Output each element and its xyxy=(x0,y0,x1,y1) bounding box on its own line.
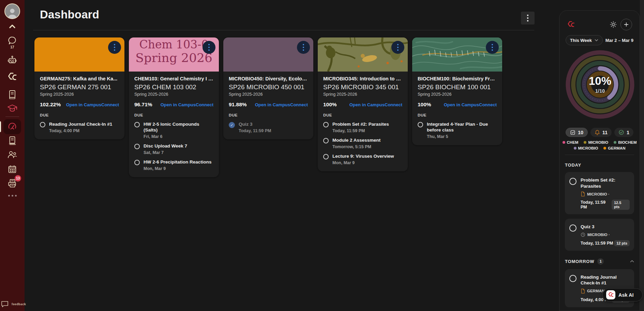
user-avatar[interactable] xyxy=(0,3,25,19)
todo-circle-icon[interactable] xyxy=(134,160,140,165)
todo-circle-icon[interactable] xyxy=(134,144,140,149)
avatar[interactable] xyxy=(4,3,20,19)
course-title[interactable]: MICROBIO345: Introduction to D... xyxy=(323,76,402,81)
page-title: Dashboard xyxy=(40,8,99,21)
sidebar-item-courses[interactable] xyxy=(0,104,25,113)
sidebar-item-assistant[interactable] xyxy=(0,55,25,65)
due-item[interactable]: HW 2-5 Ionic Compounds (Salts) Fri, Mar … xyxy=(134,122,213,139)
course-card-chem103[interactable]: Chem 103-0 Spring 2026 CHEM103: General … xyxy=(129,37,219,177)
open-campusconnect-link[interactable]: Open in CampusConnect xyxy=(161,102,213,107)
course-card-header xyxy=(34,37,124,72)
sidebar-item-gradebook[interactable] xyxy=(0,136,25,146)
notifications-counter-pill[interactable]: 11 xyxy=(590,128,612,137)
section-label: TOMORROW xyxy=(565,259,594,264)
todo-circle-icon[interactable] xyxy=(323,138,329,143)
card-menu-button[interactable] xyxy=(203,41,215,54)
section-today[interactable]: TODAY xyxy=(565,162,634,168)
due-item-completed[interactable]: ✓ Quiz 3 Today, 11:59 PM xyxy=(229,122,308,133)
due-item[interactable]: HW 2-6 Precipitation Reactions Mon, Mar … xyxy=(134,159,213,171)
course-card-header xyxy=(412,37,502,72)
chevron-up-icon[interactable] xyxy=(630,260,634,263)
course-card-german275[interactable]: GERMAN275: Kafka and the Ka... SP26 GERM… xyxy=(34,37,124,139)
task-circle-icon[interactable] xyxy=(569,178,576,185)
sidebar-item-chat[interactable] xyxy=(0,35,25,46)
sidebar-item-people[interactable] xyxy=(0,150,25,159)
due-item[interactable]: Module 2 Assessment Tomorrow, 5:15 PM xyxy=(323,138,402,149)
card-menu-button[interactable] xyxy=(297,41,310,54)
todo-circle-icon[interactable] xyxy=(134,122,140,127)
task-title[interactable]: Problem Set #2: Parasites xyxy=(581,177,630,189)
week-selector-dropdown[interactable]: This Week xyxy=(566,35,603,45)
open-campusconnect-link[interactable]: Open in CampusConnect xyxy=(66,102,119,107)
ask-ai-button[interactable]: Ask AI xyxy=(602,288,643,301)
sidebar-item-more[interactable] xyxy=(0,195,25,197)
sidebar-item-campusconnect[interactable] xyxy=(0,72,25,82)
course-term: Spring 2025-2026 xyxy=(40,92,119,97)
settings-button[interactable] xyxy=(610,21,617,28)
chevron-up-icon xyxy=(8,23,17,29)
task-title[interactable]: Reading Journal Check-In #1 xyxy=(581,274,630,286)
todo-circle-icon[interactable] xyxy=(323,122,329,127)
due-item-title[interactable]: HW 2-6 Precipitation Reactions xyxy=(144,159,212,165)
week-selector-value: This Week xyxy=(570,38,592,43)
due-item-title[interactable]: Lecture 9: Viruses Overview xyxy=(332,154,394,159)
course-card-microbio345[interactable]: MICROBIO345: Introduction to D... SP26 M… xyxy=(318,37,408,171)
feedback-button[interactable]: feedback xyxy=(1,300,26,308)
course-card-header xyxy=(223,37,313,72)
course-title[interactable]: BIOCHEM100: Biochemistry Fres... xyxy=(418,76,497,81)
task-card[interactable]: Problem Set #2: Parasites MICROBIO · Tod… xyxy=(565,172,634,214)
todo-circle-icon[interactable] xyxy=(40,122,45,127)
due-item-title[interactable]: Problem Set #2: Parasites xyxy=(332,122,389,127)
card-menu-button[interactable] xyxy=(108,41,121,54)
legend-dot xyxy=(584,141,586,144)
panel-scrollbar-track[interactable] xyxy=(640,0,644,311)
course-title[interactable]: CHEM103: General Chemistry I (... xyxy=(134,76,213,81)
sidebar-item-notebook[interactable] xyxy=(0,89,25,99)
due-item[interactable]: Reading Journal Check-In #1 Today, 4:00 … xyxy=(40,122,119,133)
header-divider xyxy=(33,30,534,30)
sidebar-item-dashboard[interactable] xyxy=(0,121,25,131)
course-title[interactable]: GERMAN275: Kafka and the Ka... xyxy=(40,76,119,81)
dashboard-options-button[interactable] xyxy=(521,12,535,25)
due-item[interactable]: Lecture 9: Viruses Overview Mon, Mar 9 xyxy=(323,154,402,165)
plus-icon xyxy=(624,22,629,27)
due-item-title[interactable]: HW 2-5 Ionic Compounds (Salts) xyxy=(144,122,213,133)
person-silhouette-icon xyxy=(6,7,18,18)
open-campusconnect-link[interactable]: Open in CampusConnect xyxy=(255,102,308,107)
due-item-title[interactable]: Integrated 4-Year Plan - Due before clas… xyxy=(427,122,492,133)
completed-check-icon[interactable]: ✓ xyxy=(229,122,235,128)
open-campusconnect-link[interactable]: Open in CampusConnect xyxy=(349,102,402,107)
sidebar-item-calendar[interactable] xyxy=(0,164,25,174)
open-campusconnect-link[interactable]: Open in CampusConnect xyxy=(444,102,497,107)
task-circle-icon[interactable] xyxy=(569,275,576,282)
section-tomorrow[interactable]: TOMORROW 1 xyxy=(565,258,634,265)
course-card-biochem100[interactable]: BIOCHEM100: Biochemistry Fres... SP26 BI… xyxy=(412,37,502,145)
collapse-button[interactable] xyxy=(0,23,25,29)
due-item[interactable]: Integrated 4-Year Plan - Due before clas… xyxy=(418,122,497,139)
due-item[interactable]: Problem Set #2: Parasites Today, 11:59 P… xyxy=(323,122,402,133)
task-circle-icon[interactable] xyxy=(569,224,576,232)
todo-circle-icon[interactable] xyxy=(418,122,423,127)
task-title[interactable]: Quiz 3 xyxy=(581,224,630,230)
due-item-title[interactable]: Module 2 Assessment xyxy=(332,138,380,143)
counter-pills: 10 11 1 xyxy=(565,128,634,137)
card-menu-button[interactable] xyxy=(486,41,499,54)
course-card-microbio450[interactable]: MICROBIO450: Diversity, Ecolog... SP26 M… xyxy=(223,37,313,139)
sidebar-item-inbox[interactable]: 13 xyxy=(0,178,25,190)
tasks-counter-pill[interactable]: 10 xyxy=(566,128,588,137)
todo-circle-icon[interactable] xyxy=(323,154,329,159)
task-card[interactable]: Quiz 3 MICROBIO · Today, 11:59 PM 12 pts xyxy=(565,219,634,251)
progress-percent: 10% xyxy=(589,75,611,87)
course-title[interactable]: MICROBIO450: Diversity, Ecolog... xyxy=(229,76,308,81)
card-menu-button[interactable] xyxy=(391,41,404,54)
points-badge: 12 pts xyxy=(614,240,630,246)
due-item-title[interactable]: Reading Journal Check-In #1 xyxy=(49,122,112,127)
due-item-title[interactable]: Disc Upload Week 7 xyxy=(144,143,187,149)
completed-counter-pill[interactable]: 1 xyxy=(614,128,633,137)
due-item-title[interactable]: Quiz 3 xyxy=(239,122,271,127)
due-label: DUE xyxy=(418,113,497,117)
clock-icon xyxy=(581,232,585,237)
course-grade: 102.22% xyxy=(40,102,61,108)
due-item[interactable]: Disc Upload Week 7 Sat, Mar 7 xyxy=(134,143,213,155)
add-button[interactable] xyxy=(620,19,632,30)
